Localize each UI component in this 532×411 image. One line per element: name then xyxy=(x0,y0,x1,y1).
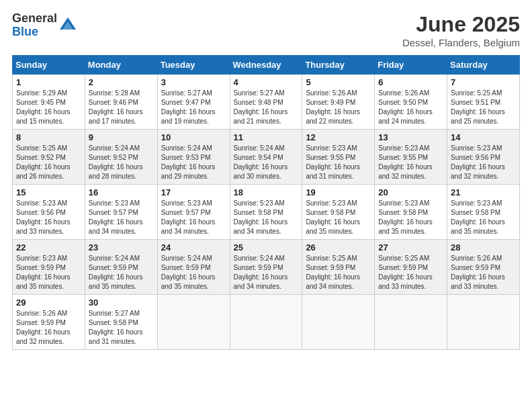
day-info: Sunrise: 5:23 AMSunset: 9:57 PMDaylight:… xyxy=(89,199,154,236)
empty-cell xyxy=(375,295,447,350)
day-info: Sunrise: 5:25 AMSunset: 9:51 PMDaylight:… xyxy=(451,89,516,126)
day-number: 6 xyxy=(378,77,443,87)
day-number: 26 xyxy=(306,242,371,253)
day-info: Sunrise: 5:27 AMSunset: 9:58 PMDaylight:… xyxy=(89,309,154,347)
logo-blue: Blue xyxy=(12,26,57,39)
day-info: Sunrise: 5:23 AMSunset: 9:56 PMDaylight:… xyxy=(16,199,81,236)
day-number: 28 xyxy=(451,242,516,253)
day-info: Sunrise: 5:26 AMSunset: 9:50 PMDaylight:… xyxy=(378,89,443,126)
table-row: 5Sunrise: 5:26 AMSunset: 9:49 PMDaylight… xyxy=(302,75,375,130)
day-info: Sunrise: 5:23 AMSunset: 9:58 PMDaylight:… xyxy=(306,199,371,236)
day-info: Sunrise: 5:23 AMSunset: 9:55 PMDaylight:… xyxy=(306,144,371,181)
table-row: 15Sunrise: 5:23 AMSunset: 9:56 PMDayligh… xyxy=(13,185,85,240)
col-tuesday: Tuesday xyxy=(157,56,230,75)
calendar-week-row: 22Sunrise: 5:23 AMSunset: 9:59 PMDayligh… xyxy=(13,240,520,295)
day-number: 24 xyxy=(161,242,226,253)
day-number: 13 xyxy=(378,132,443,142)
day-number: 14 xyxy=(451,132,516,142)
logo-icon xyxy=(58,16,77,35)
table-row: 19Sunrise: 5:23 AMSunset: 9:58 PMDayligh… xyxy=(302,185,375,240)
day-info: Sunrise: 5:23 AMSunset: 9:56 PMDaylight:… xyxy=(451,144,516,181)
day-number: 12 xyxy=(306,132,371,142)
col-friday: Friday xyxy=(375,56,447,75)
day-number: 16 xyxy=(89,187,154,197)
calendar-week-row: 1Sunrise: 5:29 AMSunset: 9:45 PMDaylight… xyxy=(13,75,520,130)
table-row: 14Sunrise: 5:23 AMSunset: 9:56 PMDayligh… xyxy=(447,130,520,185)
day-info: Sunrise: 5:27 AMSunset: 9:47 PMDaylight:… xyxy=(161,89,226,126)
col-thursday: Thursday xyxy=(302,56,375,75)
day-info: Sunrise: 5:24 AMSunset: 9:59 PMDaylight:… xyxy=(161,254,226,291)
calendar-week-row: 8Sunrise: 5:25 AMSunset: 9:52 PMDaylight… xyxy=(13,130,520,185)
col-monday: Monday xyxy=(85,56,157,75)
col-sunday: Sunday xyxy=(13,56,85,75)
table-row: 8Sunrise: 5:25 AMSunset: 9:52 PMDaylight… xyxy=(13,130,85,185)
calendar-week-row: 15Sunrise: 5:23 AMSunset: 9:56 PMDayligh… xyxy=(13,185,520,240)
empty-cell xyxy=(230,295,302,350)
col-wednesday: Wednesday xyxy=(230,56,302,75)
empty-cell xyxy=(447,295,520,350)
table-row: 27Sunrise: 5:25 AMSunset: 9:59 PMDayligh… xyxy=(375,240,447,295)
header-row: Sunday Monday Tuesday Wednesday Thursday… xyxy=(13,56,520,75)
table-row: 26Sunrise: 5:25 AMSunset: 9:59 PMDayligh… xyxy=(302,240,375,295)
table-row: 1Sunrise: 5:29 AMSunset: 9:45 PMDaylight… xyxy=(13,75,85,130)
table-row: 2Sunrise: 5:28 AMSunset: 9:46 PMDaylight… xyxy=(85,75,157,130)
day-info: Sunrise: 5:24 AMSunset: 9:59 PMDaylight:… xyxy=(234,254,299,291)
month-title: June 2025 xyxy=(402,12,520,37)
day-number: 27 xyxy=(378,242,443,253)
col-saturday: Saturday xyxy=(447,56,520,75)
table-row: 4Sunrise: 5:27 AMSunset: 9:48 PMDaylight… xyxy=(230,75,302,130)
day-number: 18 xyxy=(234,187,299,197)
day-info: Sunrise: 5:24 AMSunset: 9:52 PMDaylight:… xyxy=(89,144,154,181)
table-row: 7Sunrise: 5:25 AMSunset: 9:51 PMDaylight… xyxy=(447,75,520,130)
page: General Blue June 2025 Dessel, Flanders,… xyxy=(0,0,532,411)
day-info: Sunrise: 5:23 AMSunset: 9:57 PMDaylight:… xyxy=(161,199,226,236)
calendar: Sunday Monday Tuesday Wednesday Thursday… xyxy=(12,55,520,350)
day-info: Sunrise: 5:29 AMSunset: 9:45 PMDaylight:… xyxy=(16,89,81,126)
day-number: 9 xyxy=(89,132,154,142)
table-row: 11Sunrise: 5:24 AMSunset: 9:54 PMDayligh… xyxy=(230,130,302,185)
day-info: Sunrise: 5:23 AMSunset: 9:58 PMDaylight:… xyxy=(378,199,443,236)
day-number: 19 xyxy=(306,187,371,197)
day-number: 7 xyxy=(451,77,516,87)
table-row: 30Sunrise: 5:27 AMSunset: 9:58 PMDayligh… xyxy=(85,295,157,350)
table-row: 22Sunrise: 5:23 AMSunset: 9:59 PMDayligh… xyxy=(13,240,85,295)
empty-cell xyxy=(302,295,375,350)
day-info: Sunrise: 5:24 AMSunset: 9:59 PMDaylight:… xyxy=(89,254,154,291)
day-number: 22 xyxy=(16,242,81,253)
calendar-body: 1Sunrise: 5:29 AMSunset: 9:45 PMDaylight… xyxy=(13,75,520,350)
day-info: Sunrise: 5:25 AMSunset: 9:59 PMDaylight:… xyxy=(378,254,443,291)
day-info: Sunrise: 5:26 AMSunset: 9:59 PMDaylight:… xyxy=(451,254,516,291)
day-info: Sunrise: 5:28 AMSunset: 9:46 PMDaylight:… xyxy=(89,89,154,126)
day-number: 5 xyxy=(306,77,371,87)
day-number: 8 xyxy=(16,132,81,142)
day-info: Sunrise: 5:23 AMSunset: 9:58 PMDaylight:… xyxy=(451,199,516,236)
day-number: 17 xyxy=(161,187,226,197)
table-row: 9Sunrise: 5:24 AMSunset: 9:52 PMDaylight… xyxy=(85,130,157,185)
table-row: 12Sunrise: 5:23 AMSunset: 9:55 PMDayligh… xyxy=(302,130,375,185)
day-info: Sunrise: 5:25 AMSunset: 9:52 PMDaylight:… xyxy=(16,144,81,181)
day-info: Sunrise: 5:24 AMSunset: 9:54 PMDaylight:… xyxy=(234,144,299,181)
table-row: 10Sunrise: 5:24 AMSunset: 9:53 PMDayligh… xyxy=(157,130,230,185)
day-number: 15 xyxy=(16,187,81,197)
table-row: 21Sunrise: 5:23 AMSunset: 9:58 PMDayligh… xyxy=(447,185,520,240)
table-row: 23Sunrise: 5:24 AMSunset: 9:59 PMDayligh… xyxy=(85,240,157,295)
calendar-week-row: 29Sunrise: 5:26 AMSunset: 9:59 PMDayligh… xyxy=(13,295,520,350)
day-info: Sunrise: 5:26 AMSunset: 9:59 PMDaylight:… xyxy=(16,309,81,347)
logo: General Blue xyxy=(12,12,77,39)
day-number: 1 xyxy=(16,77,81,87)
location: Dessel, Flanders, Belgium xyxy=(402,37,520,48)
day-info: Sunrise: 5:23 AMSunset: 9:59 PMDaylight:… xyxy=(16,254,81,291)
day-info: Sunrise: 5:24 AMSunset: 9:53 PMDaylight:… xyxy=(161,144,226,181)
day-number: 30 xyxy=(89,298,154,308)
day-number: 21 xyxy=(451,187,516,197)
table-row: 20Sunrise: 5:23 AMSunset: 9:58 PMDayligh… xyxy=(375,185,447,240)
day-number: 20 xyxy=(378,187,443,197)
table-row: 18Sunrise: 5:23 AMSunset: 9:58 PMDayligh… xyxy=(230,185,302,240)
table-row: 28Sunrise: 5:26 AMSunset: 9:59 PMDayligh… xyxy=(447,240,520,295)
table-row: 17Sunrise: 5:23 AMSunset: 9:57 PMDayligh… xyxy=(157,185,230,240)
day-info: Sunrise: 5:23 AMSunset: 9:55 PMDaylight:… xyxy=(378,144,443,181)
table-row: 16Sunrise: 5:23 AMSunset: 9:57 PMDayligh… xyxy=(85,185,157,240)
table-row: 3Sunrise: 5:27 AMSunset: 9:47 PMDaylight… xyxy=(157,75,230,130)
day-number: 11 xyxy=(234,132,299,142)
day-number: 29 xyxy=(16,298,81,308)
